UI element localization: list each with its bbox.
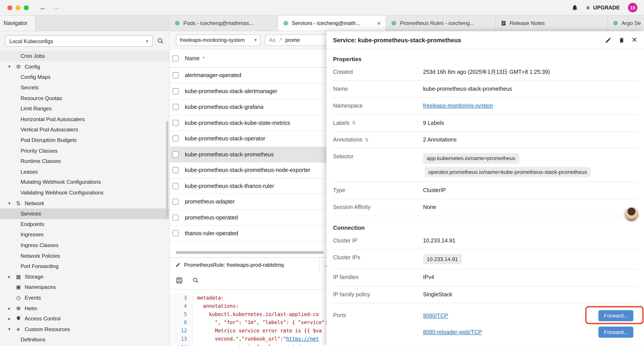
tab-services[interactable]: ☸ Services - icecheng@math... × [278, 15, 386, 31]
sidebar-item-services[interactable]: Services [0, 209, 169, 219]
dock-tab-prometheusrule[interactable]: PrometheusRule: freeleaps-prod-rabbitmq [170, 258, 320, 272]
sidebar-item-namespaces[interactable]: ▣Namespaces [0, 282, 169, 292]
tab-pods[interactable]: ☸ Pods - icecheng@mathmas... [170, 15, 278, 31]
sidebar-item-secrets[interactable]: Secrets [0, 82, 169, 93]
select-all-checkbox[interactable] [172, 55, 179, 61]
minimize-window-button[interactable] [16, 5, 20, 10]
sidebar-item-ingress-classes[interactable]: Ingress Classes [0, 240, 169, 251]
row-checkbox[interactable] [172, 136, 179, 142]
detail-row-created: Created 253d 16h 6m ago (2025年1月13日 GMT+… [333, 64, 638, 81]
sidebar-item-access-control[interactable]: ▸Access Control [0, 313, 169, 324]
detail-row-type: Type ClusterIP [333, 182, 638, 199]
name-column-header[interactable]: Name [185, 55, 200, 61]
port-link-9090[interactable]: 9090/TCP [423, 312, 448, 320]
forward-button[interactable]: Forward... [599, 310, 633, 322]
chevron-right-icon[interactable]: ▸ [8, 274, 16, 279]
sidebar-scrollbar[interactable] [166, 121, 168, 217]
match-case-toggle[interactable]: Aa [269, 37, 275, 43]
sidebar-item-vertical-pod-autoscalers[interactable]: Vertical Pod Autoscalers [0, 124, 169, 135]
close-icon[interactable]: ✕ [632, 36, 638, 43]
upgrade-button[interactable]: « UPGRADE [586, 4, 620, 11]
sidebar-item-runtime-classes[interactable]: Runtime Classes [0, 156, 169, 166]
port-line: 8080:reloader-web/TCP Forward... [423, 324, 638, 341]
row-checkbox[interactable] [172, 199, 179, 205]
save-icon[interactable] [175, 277, 183, 285]
sidebar-item-custom-resources[interactable]: ▾∗Custom Resources [0, 324, 169, 335]
service-name: kube-prometheus-stack-thanos-ruler [185, 183, 274, 189]
forward-button[interactable]: Forward... [599, 327, 633, 338]
row-checkbox[interactable] [172, 104, 179, 110]
forward-icon[interactable]: → [53, 4, 60, 11]
detail-row-ports: Ports 9090/TCP Forward... 8080:reloader-… [333, 303, 638, 345]
row-checkbox[interactable] [172, 230, 179, 237]
sidebar-item-config[interactable]: ▾⚙Config [0, 61, 169, 72]
chevron-right-icon[interactable]: ▸ [8, 306, 16, 311]
edit-icon [175, 262, 180, 267]
sidebar-item-validating-webhook-configurations[interactable]: Validating Webhook Configurations [0, 187, 169, 198]
chevron-down-icon: ▾ [146, 38, 148, 43]
kubeconfig-selector-value: Local Kubeconfigs [10, 38, 53, 44]
sidebar-item-limit-ranges[interactable]: Limit Ranges [0, 103, 169, 114]
sidebar-item-leases[interactable]: Leases [0, 166, 169, 177]
sort-asc-icon[interactable]: ^ [202, 55, 205, 61]
delete-icon[interactable] [618, 37, 624, 43]
chevron-down-icon[interactable]: ▾ [8, 201, 16, 206]
avatar[interactable] [624, 207, 639, 221]
tab-release-notes[interactable]: Release Notes [496, 15, 608, 31]
back-icon[interactable]: ← [40, 4, 46, 11]
row-checkbox[interactable] [172, 88, 179, 94]
sidebar-item-endpoints[interactable]: Endpoints [0, 219, 169, 230]
sidebar-item-cron-jobs[interactable]: Cron Jobs [0, 51, 169, 61]
regex-toggle[interactable]: .* [278, 37, 282, 43]
chevron-down-icon[interactable]: ▾ [8, 64, 16, 69]
namespace-link[interactable]: freeleaps-monitoring-system [423, 103, 493, 109]
notification-count-badge[interactable]: 15 [628, 3, 638, 12]
line-number: 3 [170, 294, 193, 302]
row-checkbox[interactable] [172, 72, 179, 78]
search-icon[interactable] [192, 277, 199, 284]
storage-icon: ▦ [16, 274, 24, 280]
clock-icon: ◷ [16, 295, 24, 301]
expand-arrows-icon[interactable]: ⇅ [352, 120, 356, 126]
service-name: kube-prometheus-stack-prometheus [185, 151, 274, 157]
row-checkbox[interactable] [172, 151, 179, 157]
sidebar-item-helm[interactable]: ▸☸Helm [0, 303, 169, 313]
close-tab-icon[interactable]: × [377, 20, 381, 27]
notifications-icon[interactable] [571, 4, 578, 11]
sidebar-item-network-policies[interactable]: Network Policies [0, 250, 169, 261]
sidebar-item-mutating-webhook-configurations[interactable]: Mutating Webhook Configurations [0, 177, 169, 187]
line-number: 6 [170, 319, 193, 327]
kubeconfig-selector[interactable]: Local Kubeconfigs ▾ [5, 35, 153, 47]
sidebar-item-label: Endpoints [20, 221, 44, 227]
tab-prometheus-rules[interactable]: ☸ Prometheus Rules - icecheng... [386, 15, 496, 31]
row-checkbox[interactable] [172, 120, 179, 126]
sidebar-item-pod-disruption-budgets[interactable]: Pod Disruption Budgets [0, 135, 169, 145]
close-window-button[interactable] [8, 5, 12, 10]
sidebar-item-network[interactable]: ▾⇅Network [0, 198, 169, 209]
port-link-8080[interactable]: 8080:reloader-web/TCP [423, 329, 482, 336]
chevron-right-icon[interactable]: ▸ [8, 316, 16, 321]
details-title: Service: kube-prometheus-stack-prometheu… [333, 37, 461, 43]
sidebar-item-config-maps[interactable]: Config Maps [0, 72, 169, 82]
search-icon[interactable] [157, 37, 164, 45]
row-checkbox[interactable] [172, 183, 179, 189]
chevron-down-icon[interactable]: ▾ [8, 327, 16, 332]
row-checkbox[interactable] [172, 214, 179, 221]
zoom-window-button[interactable] [24, 5, 29, 10]
sidebar-item-label: Runtime Classes [20, 158, 61, 164]
sidebar-item-ingresses[interactable]: Ingresses [0, 230, 169, 240]
sidebar-item-priority-classes[interactable]: Priority Classes [0, 145, 169, 156]
tab-argo[interactable]: ☸ Argo Se [608, 15, 644, 31]
row-checkbox[interactable] [172, 167, 179, 173]
expand-arrows-icon[interactable]: ⇅ [365, 137, 368, 143]
sidebar-item-events[interactable]: ◷Events [0, 292, 169, 303]
sidebar-item-horizontal-pod-autoscalers[interactable]: Horizontal Pod Autoscalers [0, 114, 169, 124]
sidebar-item-storage[interactable]: ▸▦Storage [0, 271, 169, 282]
search-input[interactable]: Aa .* prome [265, 34, 333, 45]
sidebar-item-resource-quotas[interactable]: Resource Quotas [0, 93, 169, 103]
horizontal-scrollbar[interactable] [176, 251, 324, 254]
namespace-filter-select[interactable]: freeleaps-monitoring-system ▾ [176, 34, 261, 45]
sidebar-item-definitions[interactable]: Definitions [0, 335, 169, 345]
sidebar-item-port-forwarding[interactable]: Port Forwarding [0, 261, 169, 271]
edit-icon[interactable] [605, 37, 612, 43]
